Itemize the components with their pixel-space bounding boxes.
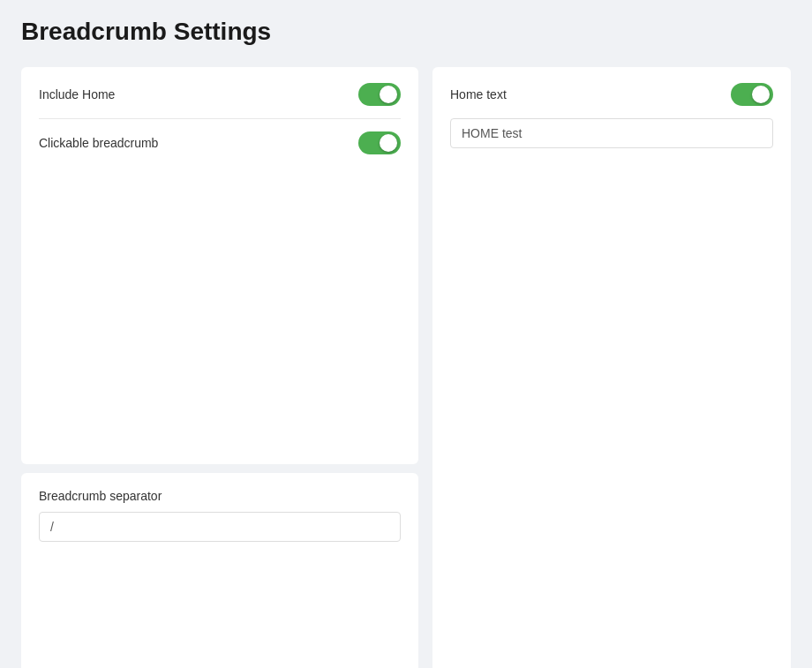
home-text-toggle[interactable] [731,83,773,106]
home-text-input[interactable] [450,118,773,148]
breadcrumb-separator-label: Breadcrumb separator [39,489,401,503]
home-text-label: Home text [450,87,507,101]
include-home-row: Include Home [39,83,401,106]
clickable-breadcrumb-toggle[interactable] [358,131,401,154]
include-home-toggle[interactable] [358,83,401,106]
include-home-label: Include Home [39,87,115,101]
home-text-row: Home text [450,83,773,106]
breadcrumb-separator-input[interactable] [39,512,401,542]
clickable-breadcrumb-row: Clickable breadcrumb [39,131,401,154]
clickable-breadcrumb-label: Clickable breadcrumb [39,136,158,150]
page-title: Breadcrumb Settings [21,18,791,46]
